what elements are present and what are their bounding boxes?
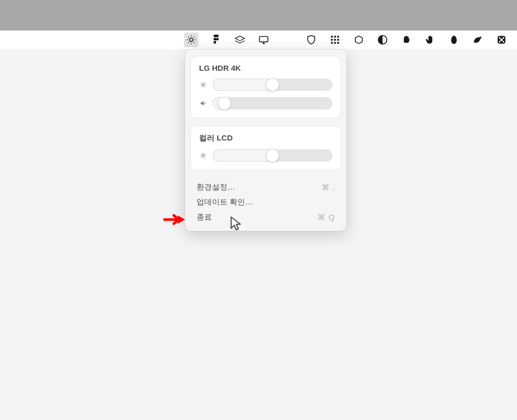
kettle-icon[interactable] — [400, 34, 413, 46]
svg-line-40 — [205, 153, 205, 154]
svg-point-16 — [334, 39, 336, 41]
tree-icon[interactable] — [281, 34, 294, 46]
display-card-lg: LG HDR 4K — [190, 56, 341, 118]
svg-line-39 — [201, 157, 202, 158]
svg-point-18 — [331, 42, 333, 44]
svg-line-31 — [205, 83, 205, 83]
browser-chrome-placeholder — [0, 0, 517, 30]
menu-item-check-updates[interactable]: 업데이트 확인… — [192, 195, 339, 210]
display-name: LG HDR 4K — [199, 64, 332, 72]
menu-item-quit[interactable]: 종료 ⌘ Q — [192, 210, 339, 225]
grid-icon[interactable] — [329, 34, 341, 46]
menu-shortcut: ⌘ , — [322, 183, 335, 192]
menu-shortcut: ⌘ Q — [317, 213, 335, 222]
svg-line-30 — [201, 86, 202, 87]
brightness-slider-row — [199, 149, 332, 162]
hand-icon[interactable] — [424, 34, 436, 46]
svg-point-12 — [331, 36, 333, 38]
svg-line-35 — [201, 153, 202, 154]
svg-line-4 — [194, 42, 194, 43]
layers-icon[interactable] — [234, 34, 246, 46]
dropdown-menu-items: 환경설정… ⌘ , 업데이트 확인… 종료 ⌘ Q — [190, 178, 341, 227]
brightness-dropdown-panel: LG HDR 4K 컬러 LCD — [185, 50, 346, 231]
brightness-small-icon — [199, 151, 207, 160]
brightness-icon[interactable] — [184, 33, 199, 47]
menu-item-label: 환경설정… — [196, 182, 235, 192]
svg-point-17 — [337, 39, 339, 41]
volume-slider-row — [199, 97, 332, 110]
svg-point-15 — [331, 39, 333, 41]
svg-point-14 — [337, 36, 339, 38]
macos-menubar — [0, 30, 517, 49]
svg-line-7 — [188, 42, 189, 43]
svg-line-8 — [194, 37, 194, 37]
blob-icon[interactable] — [448, 34, 460, 46]
svg-line-36 — [205, 157, 205, 158]
svg-line-27 — [205, 86, 205, 87]
cube-icon[interactable] — [353, 34, 365, 46]
svg-point-20 — [337, 42, 339, 44]
menu-item-preferences[interactable]: 환경설정… ⌘ , — [192, 180, 339, 195]
shield-icon[interactable] — [305, 34, 317, 46]
display-card-color-lcd: 컬러 LCD — [190, 126, 341, 170]
svg-point-32 — [202, 154, 205, 157]
volume-small-icon — [199, 99, 207, 107]
display-icon[interactable] — [257, 34, 270, 46]
volume-slider[interactable] — [212, 97, 332, 110]
contrast-icon[interactable] — [376, 34, 389, 46]
brightness-slider[interactable] — [212, 149, 332, 162]
figma-icon[interactable] — [210, 34, 222, 46]
menu-item-label: 종료 — [196, 212, 212, 222]
svg-line-26 — [201, 83, 202, 83]
svg-line-3 — [188, 37, 189, 37]
svg-point-13 — [334, 36, 336, 38]
brightness-slider[interactable] — [212, 79, 332, 91]
brightness-small-icon — [199, 81, 207, 89]
leaf-icon[interactable] — [472, 34, 484, 46]
svg-point-0 — [190, 38, 193, 42]
svg-point-23 — [202, 84, 205, 86]
brightness-slider-row — [199, 79, 332, 91]
menu-item-label: 업데이트 확인… — [196, 197, 253, 207]
svg-point-19 — [334, 42, 336, 44]
display-name: 컬러 LCD — [199, 133, 332, 143]
command-icon[interactable] — [495, 34, 508, 46]
svg-rect-9 — [260, 36, 268, 42]
